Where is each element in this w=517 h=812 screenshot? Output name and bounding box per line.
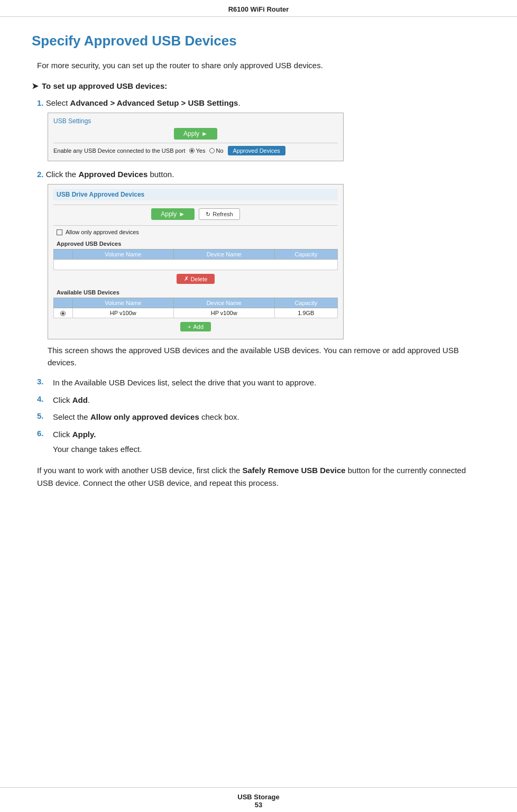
delete-icon: ✗: [184, 275, 189, 282]
available-row-radio[interactable]: [54, 308, 73, 318]
step-2-bold: Approved Devices: [78, 170, 147, 179]
footer-page-number: 53: [0, 801, 517, 809]
step-2: 2. Click the Approved Devices button. US…: [32, 170, 485, 368]
approved-table-body: [54, 260, 338, 270]
no-radio: No: [209, 147, 223, 154]
step-6: 6. Click Apply. Your change takes effect…: [37, 429, 485, 456]
step-5: 5. Select the Allow only approved device…: [37, 411, 485, 423]
step-4: 4. Click Add.: [37, 394, 485, 407]
delete-row: ✗ Delete: [53, 273, 338, 284]
refresh-icon: ↻: [206, 211, 210, 218]
page-footer: USB Storage 53: [0, 787, 517, 812]
step-4-content: Click Add.: [53, 394, 90, 407]
available-col-cap: Capacity: [274, 298, 337, 308]
step-1-number: 1.: [37, 98, 44, 107]
available-usb-table: Volume Name Device Name Capacity HP v100…: [53, 298, 338, 318]
approved-col-cap: Capacity: [274, 250, 337, 260]
task-arrow: ➤: [32, 81, 39, 91]
add-icon: +: [188, 324, 191, 330]
step-1-header: 1. Select Advanced > Advanced Setup > US…: [37, 98, 485, 107]
step-1-bold: Advanced > Advanced Setup > USB Settings: [70, 98, 238, 107]
usb-settings-enable-row: Enable any USB Device connected to the U…: [53, 143, 338, 155]
available-col-device: Device Name: [173, 298, 274, 308]
add-button[interactable]: + Add: [180, 322, 211, 331]
step-6-number: 6.: [37, 429, 49, 456]
available-row-volume: HP v100w: [72, 308, 173, 318]
step-6-content: Click Apply. Your change takes effect.: [53, 429, 142, 456]
if-text: If you want to work with another USB dev…: [37, 464, 480, 490]
approved-table-header-row: Volume Name Device Name Capacity: [54, 250, 338, 260]
enable-label: Enable any USB Device connected to the U…: [53, 147, 185, 154]
usb-settings-apply-button[interactable]: Apply ►: [174, 128, 217, 140]
approved-apply-button[interactable]: Apply ►: [151, 208, 195, 220]
page-title: Specify Approved USB Devices: [32, 33, 485, 49]
usb-settings-title: USB Settings: [53, 117, 338, 125]
allow-approved-label: Allow only approved devices: [66, 229, 139, 235]
delete-button[interactable]: ✗ Delete: [177, 274, 215, 284]
step-2-text-after: button.: [147, 170, 174, 179]
available-row-device: HP v100w: [173, 308, 274, 318]
header-title: R6100 WiFi Router: [228, 5, 289, 13]
available-table-body: HP v100w HP v100w 1.9GB: [54, 308, 338, 318]
available-col-check: [54, 298, 73, 308]
step-1-text-after: .: [238, 98, 240, 107]
allow-approved-checkbox-row: Allow only approved devices: [57, 229, 338, 235]
step-5-content: Select the Allow only approved devices c…: [53, 411, 239, 423]
available-row-cap: 1.9GB: [274, 308, 337, 318]
approved-usb-section-label: Approved USB Devices: [57, 241, 338, 247]
step-3-number: 3.: [37, 377, 49, 389]
yes-radio-icon: [189, 148, 195, 153]
approved-col-device: Device Name: [173, 250, 274, 260]
approved-panel-title: USB Drive Approved Devices: [53, 189, 338, 200]
step-5-number: 5.: [37, 411, 49, 423]
yes-radio: Yes: [189, 147, 205, 154]
available-row-radio-icon: [60, 311, 66, 316]
available-row-hp: HP v100w HP v100w 1.9GB: [54, 308, 338, 318]
step-6-sub: Your change takes effect.: [53, 444, 142, 456]
allow-approved-checkbox[interactable]: [57, 229, 62, 235]
page-header: R6100 WiFi Router: [0, 0, 517, 17]
step-3-content: In the Available USB Devices list, selec…: [53, 377, 316, 389]
approved-buttons-row: Apply ► ↻ Refresh: [53, 208, 338, 220]
approved-empty-row: [54, 260, 338, 270]
approved-col-volume: Volume Name: [72, 250, 173, 260]
footer-section: USB Storage: [0, 793, 517, 801]
intro-text: For more security, you can set up the ro…: [37, 61, 485, 70]
approved-devices-screenshot: USB Drive Approved Devices Apply ► ↻ Ref…: [48, 184, 344, 339]
task-heading-label: To set up approved USB devices:: [42, 81, 167, 90]
usb-settings-apply-row: Apply ►: [53, 128, 338, 140]
safely-remove-bold: Safely Remove USB Device: [243, 466, 346, 475]
step-1-text-before: Select: [46, 98, 70, 107]
approved-usb-table: Volume Name Device Name Capacity: [53, 249, 338, 270]
step-2-text-before: Click the: [46, 170, 79, 179]
step-2-number: 2.: [37, 170, 44, 179]
available-table-header-row: Volume Name Device Name Capacity: [54, 298, 338, 308]
usb-settings-screenshot: USB Settings Apply ► Enable any USB Devi…: [48, 113, 344, 161]
approved-refresh-button[interactable]: ↻ Refresh: [199, 208, 240, 220]
step-3: 3. In the Available USB Devices list, se…: [37, 377, 485, 389]
step-1: 1. Select Advanced > Advanced Setup > US…: [32, 98, 485, 161]
available-col-volume: Volume Name: [72, 298, 173, 308]
approved-col-check: [54, 250, 73, 260]
available-usb-section-label: Available USB Devices: [57, 289, 338, 296]
screenshot2-description: This screen shows the approved USB devic…: [48, 345, 480, 368]
step-2-header: 2. Click the Approved Devices button.: [37, 170, 485, 179]
add-row: + Add: [53, 321, 338, 331]
no-radio-icon: [209, 148, 215, 153]
approved-devices-button[interactable]: Approved Devices: [228, 146, 285, 155]
task-heading: ➤ To set up approved USB devices:: [32, 81, 485, 91]
step-4-number: 4.: [37, 394, 49, 407]
